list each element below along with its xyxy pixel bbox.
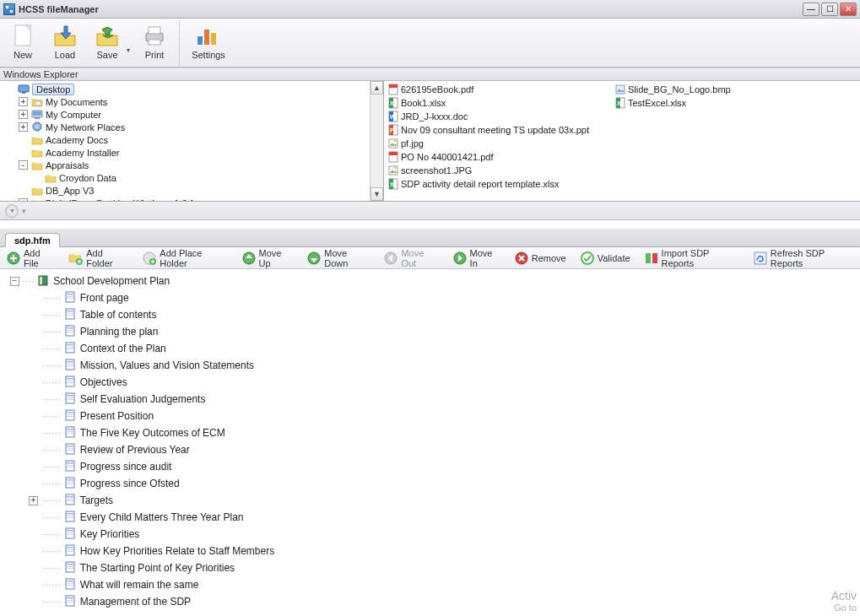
sdp-item[interactable]: ······Self Evaluation Judgements [3, 391, 857, 408]
sdp-item[interactable]: ······Every Child Matters Three Year Pla… [3, 509, 857, 526]
new-button[interactable]: New [5, 20, 41, 60]
tree-item[interactable]: Academy Installer [2, 146, 381, 159]
tree-item[interactable]: +My Documents [2, 95, 381, 108]
sdp-item[interactable]: ······Mission, Values and Vision Stateme… [3, 357, 857, 374]
tree-item-label: Desktop [32, 84, 74, 95]
file-item-label: TestExcel.xlsx [628, 98, 686, 108]
add-file-icon [6, 251, 21, 266]
folder-icon [31, 197, 44, 202]
tree-item[interactable]: +My Network Places [2, 121, 381, 133]
tree-item[interactable]: Academy Docs [2, 133, 381, 146]
scroll-track[interactable] [371, 95, 383, 187]
refresh-sdp-button[interactable]: Refresh SDP Reports [750, 246, 857, 270]
svg-rect-49 [755, 252, 766, 264]
file-item[interactable]: Book1.xlsx [387, 96, 589, 110]
add-placeholder-button[interactable]: Add Place Holder [139, 246, 230, 270]
tree-item[interactable]: +DigitalRune-Docking-Windows-1.3.1 [2, 197, 381, 201]
tree-scrollbar[interactable]: ▲ ▼ [370, 81, 383, 201]
sdp-item[interactable]: ······Planning the plan [3, 323, 857, 340]
sdp-item-label: The Starting Point of Key Priorities [80, 562, 235, 574]
collapse-icon[interactable]: − [10, 277, 19, 286]
validate-icon [580, 251, 595, 266]
validate-button[interactable]: Validate [577, 249, 633, 267]
sdp-item[interactable]: +······Targets [3, 492, 857, 509]
remove-button[interactable]: Remove [511, 249, 569, 267]
print-button[interactable]: Print [137, 20, 172, 60]
sdp-item[interactable]: ······Present Position [3, 408, 857, 424]
save-dropdown-icon[interactable]: ▾ [127, 46, 130, 54]
move-in-button[interactable]: Move In [450, 246, 503, 270]
file-item[interactable]: SDP activity detail report template.xlsx [387, 177, 589, 191]
drop-circle-icon[interactable]: ▾ [5, 204, 19, 218]
tree-item[interactable]: DB_App V3 [2, 184, 381, 197]
expand-icon[interactable]: + [19, 110, 28, 119]
tree-item[interactable]: Desktop [2, 83, 381, 95]
file-item[interactable]: Nov 09 consultant meeting TS update 03x.… [387, 123, 589, 137]
tree-item[interactable]: -Appraisals [2, 159, 381, 171]
maximize-button[interactable]: ☐ [821, 3, 838, 16]
page-icon [64, 561, 78, 575]
scroll-down-icon[interactable]: ▼ [371, 187, 383, 201]
minimize-button[interactable]: — [803, 3, 819, 16]
svg-rect-36 [211, 33, 216, 45]
tree-item[interactable]: +My Computer [2, 108, 381, 121]
sdp-root[interactable]: − ···· School Development Plan [3, 273, 857, 289]
scroll-up-icon[interactable]: ▲ [371, 81, 383, 95]
folder-icon [31, 185, 44, 197]
expand-icon[interactable]: + [19, 122, 28, 132]
settings-button[interactable]: Settings [188, 20, 229, 60]
move-down-button[interactable]: Move Down [304, 246, 372, 270]
file-item-label: Book1.xlsx [401, 98, 446, 108]
tab-sdp-hfm[interactable]: sdp.hfm [5, 233, 60, 247]
svg-point-46 [581, 252, 593, 264]
file-item[interactable]: PO No 440001421.pdf [387, 150, 589, 164]
page-icon [64, 595, 78, 608]
ppt-file-icon [387, 124, 399, 136]
sdp-item[interactable]: ······Progress since audit [3, 458, 857, 475]
page-icon [64, 527, 78, 541]
sdp-item[interactable]: ······What will remain the same [3, 576, 857, 593]
file-item-label: Slide_BG_No_Logo.bmp [628, 84, 731, 95]
page-icon [64, 578, 78, 592]
file-item[interactable]: TestExcel.xlsx [614, 96, 731, 110]
collapse-icon[interactable]: - [19, 160, 28, 170]
import-sdp-button[interactable]: Import SDP Reports [641, 246, 742, 270]
sdp-item[interactable]: ······Progress since Ofsted [3, 475, 857, 492]
load-button[interactable]: Load [47, 20, 83, 60]
move-up-button[interactable]: Move Up [239, 246, 296, 270]
sdp-item[interactable]: ······How Key Priorities Relate to Staff… [3, 543, 857, 559]
expand-icon[interactable]: + [19, 198, 28, 201]
sdp-item[interactable]: ······Management of the SDP [3, 593, 857, 610]
print-icon [141, 22, 168, 49]
pdf-file-icon [387, 151, 399, 163]
sdp-item[interactable]: ······Key Priorities [3, 526, 857, 543]
explorer-panel-label: Windows Explorer [0, 68, 860, 81]
sdp-item[interactable]: ······Review of Previous Year [3, 441, 857, 458]
file-item[interactable]: JRD_J-kxxx.doc [387, 110, 589, 123]
sdp-item[interactable]: ······Objectives [3, 374, 857, 391]
add-folder-button[interactable]: Add Folder [66, 246, 131, 270]
sdp-item[interactable]: ······Context of the Plan [3, 340, 857, 357]
sdp-item[interactable]: ······Front page [3, 289, 857, 306]
tree-item-label: My Documents [46, 97, 107, 107]
sdp-item[interactable]: ······Table of contents [3, 306, 857, 323]
save-button[interactable]: Save [89, 20, 125, 60]
sdp-tree-pane: − ···· School Development Plan ······Fro… [0, 269, 860, 616]
file-item[interactable]: pf.jpg [387, 137, 589, 150]
sdp-item-label: Review of Previous Year [80, 444, 190, 456]
file-item[interactable]: 626195eBook.pdf [387, 83, 589, 96]
sdp-item-label: Context of the Plan [80, 343, 166, 354]
sdp-item-label: Self Evaluation Judgements [80, 393, 206, 405]
file-item[interactable]: screenshot1.JPG [387, 164, 589, 177]
expand-icon[interactable]: + [19, 97, 28, 106]
file-item-label: PO No 440001421.pdf [401, 152, 493, 162]
sdp-item-label: Management of the SDP [80, 596, 191, 608]
sdp-item[interactable]: ······The Five Key Outcomes of ECM [3, 424, 857, 441]
close-button[interactable]: ✕ [840, 3, 857, 16]
add-file-button[interactable]: Add File [3, 246, 57, 270]
sdp-item[interactable]: ······The Starting Point of Key Prioriti… [3, 559, 857, 576]
expand-icon[interactable]: + [29, 496, 38, 505]
drop-caret-icon[interactable]: ▾ [22, 207, 26, 215]
file-item[interactable]: Slide_BG_No_Logo.bmp [614, 83, 731, 96]
tree-item[interactable]: Croydon Data [2, 171, 381, 184]
